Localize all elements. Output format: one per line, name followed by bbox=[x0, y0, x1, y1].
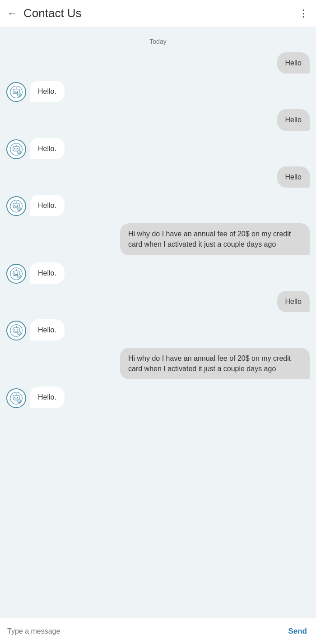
svg-point-48 bbox=[17, 397, 18, 398]
svg-rect-40 bbox=[14, 331, 18, 331]
message-row: Hello bbox=[6, 166, 310, 188]
message-row: $ Hello. bbox=[6, 81, 310, 102]
svg-point-3 bbox=[17, 91, 18, 92]
more-options-button[interactable]: ⋮ bbox=[298, 8, 309, 19]
back-button[interactable]: ← bbox=[7, 8, 17, 19]
message-row: $ Hello. bbox=[6, 319, 310, 340]
sent-bubble: Hello bbox=[277, 291, 310, 312]
message-row: $ Hello. bbox=[6, 195, 310, 216]
received-bubble: Hello. bbox=[30, 386, 65, 408]
svg-point-2 bbox=[14, 91, 15, 92]
received-bubble: Hello. bbox=[30, 138, 65, 159]
svg-point-24 bbox=[16, 202, 17, 202]
bot-avatar: $ bbox=[6, 82, 26, 102]
page-title: Contact Us bbox=[23, 6, 298, 20]
svg-rect-49 bbox=[14, 398, 18, 399]
message-row: Hello bbox=[6, 52, 310, 74]
received-bubble: Hello. bbox=[30, 319, 65, 340]
svg-rect-13 bbox=[14, 150, 18, 150]
svg-point-39 bbox=[17, 329, 18, 330]
app-header: ← Contact Us ⋮ bbox=[0, 0, 316, 27]
svg-text:$: $ bbox=[19, 276, 20, 278]
received-bubble: Hello. bbox=[30, 195, 65, 216]
bot-avatar: $ bbox=[6, 264, 26, 284]
sent-bubble: Hello bbox=[277, 109, 310, 130]
received-bubble: Hello. bbox=[30, 81, 65, 102]
message-input[interactable] bbox=[7, 627, 286, 635]
bot-avatar: $ bbox=[6, 321, 26, 340]
svg-point-15 bbox=[16, 144, 17, 145]
svg-rect-4 bbox=[14, 92, 18, 93]
svg-point-33 bbox=[16, 269, 17, 270]
svg-text:$: $ bbox=[19, 94, 20, 97]
message-row: Hi why do I have an annual fee of 20$ on… bbox=[6, 223, 310, 255]
svg-point-38 bbox=[14, 329, 15, 330]
svg-point-20 bbox=[14, 205, 15, 206]
svg-text:$: $ bbox=[19, 400, 20, 403]
sent-bubble: Hello bbox=[277, 166, 310, 188]
send-button[interactable]: Send bbox=[286, 627, 309, 636]
message-row: Hello bbox=[6, 291, 310, 312]
svg-text:$: $ bbox=[19, 208, 20, 211]
svg-point-11 bbox=[14, 148, 15, 149]
message-row: $ Hello. bbox=[6, 386, 310, 408]
sent-bubble: Hi why do I have an annual fee of 20$ on… bbox=[120, 223, 310, 255]
bot-avatar: $ bbox=[6, 196, 26, 216]
svg-point-29 bbox=[14, 272, 15, 273]
svg-point-6 bbox=[16, 87, 17, 88]
chat-area: Today Hello $ Hello.Hello bbox=[0, 27, 316, 618]
svg-rect-31 bbox=[14, 274, 18, 274]
svg-text:$: $ bbox=[19, 152, 20, 154]
message-row: $ Hello. bbox=[6, 138, 310, 159]
svg-point-51 bbox=[16, 393, 17, 394]
svg-text:$: $ bbox=[19, 333, 20, 335]
bot-avatar: $ bbox=[6, 139, 26, 159]
svg-rect-22 bbox=[14, 207, 18, 207]
svg-point-12 bbox=[17, 148, 18, 149]
svg-point-30 bbox=[17, 272, 18, 273]
svg-point-47 bbox=[14, 397, 15, 398]
sent-bubble: Hello bbox=[277, 52, 310, 74]
message-row: Hello bbox=[6, 109, 310, 130]
received-bubble: Hello. bbox=[30, 262, 65, 284]
bot-avatar: $ bbox=[6, 388, 26, 408]
input-bar: Send bbox=[0, 618, 316, 644]
message-row: $ Hello. bbox=[6, 262, 310, 284]
svg-point-21 bbox=[17, 205, 18, 206]
message-row: Hi why do I have an annual fee of 20$ on… bbox=[6, 348, 310, 379]
date-divider: Today bbox=[6, 38, 310, 45]
svg-point-42 bbox=[16, 326, 17, 327]
sent-bubble: Hi why do I have an annual fee of 20$ on… bbox=[120, 348, 310, 379]
